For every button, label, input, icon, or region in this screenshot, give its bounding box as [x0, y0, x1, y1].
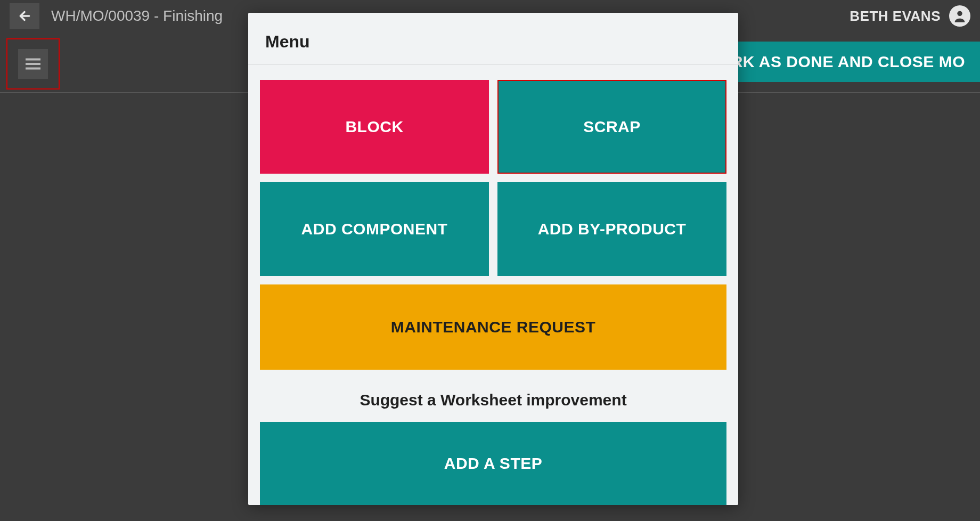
- maintenance-request-button[interactable]: MAINTENANCE REQUEST: [260, 284, 726, 370]
- svg-point-1: [957, 11, 962, 16]
- user-name: BETH EVANS: [850, 8, 941, 25]
- scrap-button[interactable]: SCRAP: [499, 81, 725, 173]
- menu-button[interactable]: [18, 49, 48, 79]
- block-button[interactable]: BLOCK: [260, 80, 489, 174]
- add-component-button[interactable]: ADD COMPONENT: [260, 182, 489, 276]
- menu-grid: BLOCK SCRAP ADD COMPONENT ADD BY-PRODUCT…: [248, 65, 738, 505]
- user-avatar-icon: [952, 9, 967, 23]
- page-title: WH/MO/00039 - Finishing: [51, 7, 223, 25]
- scrap-highlight: SCRAP: [497, 80, 726, 174]
- svg-rect-4: [26, 68, 40, 70]
- add-by-product-button[interactable]: ADD BY-PRODUCT: [497, 182, 726, 276]
- hamburger-highlight: [6, 38, 60, 89]
- suggest-heading: Suggest a Worksheet improvement: [260, 378, 726, 413]
- arrow-left-icon: [18, 9, 31, 23]
- svg-rect-3: [26, 63, 40, 65]
- back-button[interactable]: [10, 3, 39, 29]
- svg-rect-2: [26, 59, 40, 61]
- menu-title: Menu: [248, 13, 738, 65]
- add-step-button[interactable]: ADD A STEP: [260, 422, 726, 505]
- hamburger-icon: [26, 58, 40, 70]
- menu-modal: Menu BLOCK SCRAP ADD COMPONENT ADD BY-PR…: [248, 13, 738, 505]
- avatar[interactable]: [949, 5, 970, 27]
- mark-done-button[interactable]: ARK AS DONE AND CLOSE MO: [705, 42, 980, 82]
